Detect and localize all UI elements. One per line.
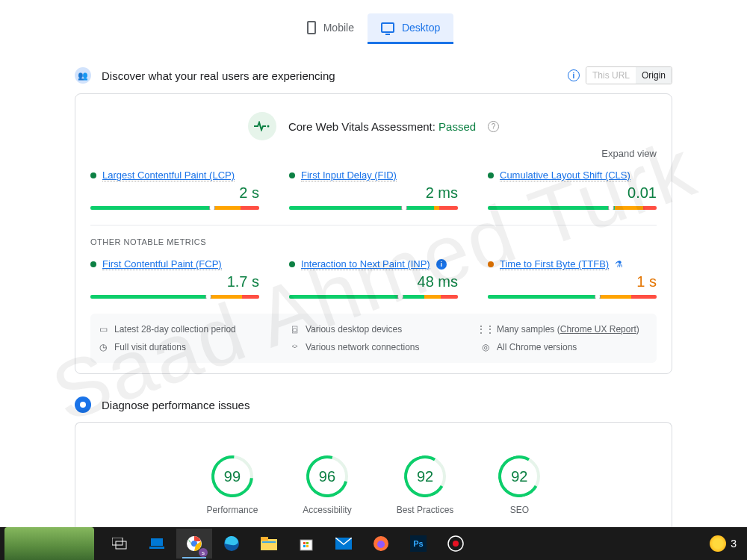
bar-marker xyxy=(205,295,211,299)
clock-icon: ◷ xyxy=(98,342,108,352)
metric-value: 1 s xyxy=(488,273,657,290)
footer-chrome: ◎All Chrome versions xyxy=(480,342,649,352)
gauge-circle: 92 xyxy=(498,455,540,497)
metric-bar xyxy=(90,206,259,210)
status-dot xyxy=(90,261,96,267)
metric-name-link[interactable]: Largest Contentful Paint (LCP) xyxy=(102,169,235,181)
assessment-row: Core Web Vitals Assessment: Passed ? xyxy=(90,112,657,140)
metric: First Input Delay (FID)2 ms xyxy=(289,169,458,210)
edge-app-icon[interactable] xyxy=(214,529,249,559)
svg-point-23 xyxy=(453,541,459,547)
gauge-circle: 96 xyxy=(306,455,348,497)
samples-icon: ⋮⋮ xyxy=(480,324,491,335)
section-title: Discover what your real users are experi… xyxy=(102,69,335,82)
explorer-app-icon[interactable] xyxy=(251,529,287,559)
section-header-discover: 👥 Discover what your real users are expe… xyxy=(75,66,672,84)
device-tabs: Mobile Desktop xyxy=(15,13,732,44)
vitals-pulse-icon xyxy=(248,112,276,140)
metric: First Contentful Paint (FCP)1.7 s xyxy=(90,258,259,299)
status-dot xyxy=(488,172,494,178)
devices-icon: ⌼ xyxy=(289,324,300,335)
svg-text:Ps: Ps xyxy=(413,539,423,548)
firefox-app-icon[interactable] xyxy=(363,529,399,559)
score-gauge[interactable]: 92Best Practices xyxy=(397,455,454,515)
collection-footer: ▭Latest 28-day collection period ⌼Variou… xyxy=(90,314,657,363)
metric-name-link[interactable]: Cumulative Layout Shift (CLS) xyxy=(500,169,630,181)
taskbar-apps: s Ps xyxy=(102,529,474,559)
metric-name-link[interactable]: Time to First Byte (TTFB) xyxy=(500,258,609,270)
tab-desktop[interactable]: Desktop xyxy=(368,13,453,44)
other-metrics-heading: OTHER NOTABLE METRICS xyxy=(90,237,657,246)
temperature: 3 xyxy=(731,538,737,550)
scope-toggle: This URL Origin xyxy=(586,66,672,84)
svg-rect-15 xyxy=(303,545,306,547)
experimental-icon: ⚗ xyxy=(615,259,623,270)
footer-period: ▭Latest 28-day collection period xyxy=(98,324,267,335)
metric: Cumulative Layout Shift (CLS)0.01 xyxy=(488,169,657,210)
info-badge-icon[interactable]: i xyxy=(436,259,447,270)
section-title: Diagnose performance issues xyxy=(102,399,249,411)
metric: Largest Contentful Paint (LCP)2 s xyxy=(90,169,259,210)
wifi-icon: ⌔ xyxy=(289,342,300,352)
section-header-diagnose: Diagnose performance issues xyxy=(75,396,672,413)
mobile-icon xyxy=(307,21,316,34)
footer-samples: ⋮⋮Many samples (Chrome UX Report) xyxy=(480,324,649,335)
record-app-icon[interactable] xyxy=(438,529,474,559)
toggle-this-url[interactable]: This URL xyxy=(586,67,636,84)
metrics-main-row: Largest Contentful Paint (LCP)2 sFirst I… xyxy=(90,169,657,210)
chrome-icon: ◎ xyxy=(480,342,491,352)
tab-mobile[interactable]: Mobile xyxy=(294,13,368,44)
svg-rect-4 xyxy=(151,538,163,546)
start-button[interactable] xyxy=(4,527,94,560)
scores-row: 99Performance96Accessibility92Best Pract… xyxy=(90,455,657,515)
status-dot xyxy=(90,172,96,178)
svg-rect-13 xyxy=(303,542,306,544)
metric-bar xyxy=(488,206,657,210)
info-icon[interactable]: i xyxy=(568,69,580,81)
score-gauge[interactable]: 96Accessibility xyxy=(303,455,351,515)
metrics-other-row: First Contentful Paint (FCP)1.7 sInterac… xyxy=(90,258,657,299)
score-gauge[interactable]: 92SEO xyxy=(498,455,540,515)
mail-app-icon[interactable] xyxy=(326,529,362,559)
desktop-icon xyxy=(381,22,394,33)
bar-marker xyxy=(608,206,614,210)
metric-name-link[interactable]: First Input Delay (FID) xyxy=(301,169,397,181)
diagnose-icon xyxy=(75,396,91,413)
gauge-circle: 92 xyxy=(404,455,446,497)
taskbar-tray[interactable]: 3 xyxy=(710,535,743,552)
bar-marker xyxy=(397,295,403,299)
laptop-app-icon[interactable] xyxy=(139,529,175,559)
footer-network: ⌔Various network connections xyxy=(289,342,458,352)
gauge-circle: 99 xyxy=(211,455,253,497)
footer-durations: ◷Full visit durations xyxy=(98,342,267,352)
svg-rect-9 xyxy=(261,539,277,550)
svg-point-0 xyxy=(267,125,269,128)
svg-point-19 xyxy=(377,541,385,548)
svg-rect-14 xyxy=(306,542,309,544)
svg-rect-5 xyxy=(149,547,164,549)
metric-name-link[interactable]: First Contentful Paint (FCP) xyxy=(102,258,222,270)
metric-value: 0.01 xyxy=(488,184,657,202)
photoshop-app-icon[interactable]: Ps xyxy=(400,529,436,559)
svg-rect-10 xyxy=(261,537,268,541)
expand-view-link[interactable]: Expand view xyxy=(90,148,657,159)
score-label: SEO xyxy=(498,505,540,515)
users-icon: 👥 xyxy=(75,67,91,84)
lighthouse-card: 99Performance96Accessibility92Best Pract… xyxy=(75,422,672,538)
help-icon[interactable]: ? xyxy=(488,121,499,132)
store-app-icon[interactable] xyxy=(288,529,324,559)
metric-bar xyxy=(289,295,458,299)
metric: Interaction to Next Paint (INP)i48 ms xyxy=(289,258,458,299)
status-dot xyxy=(488,261,494,267)
task-view-icon[interactable] xyxy=(102,529,137,559)
crux-link[interactable]: Chrome UX Report xyxy=(560,324,636,335)
metric: Time to First Byte (TTFB)⚗1 s xyxy=(488,258,657,299)
score-gauge[interactable]: 99Performance xyxy=(207,455,258,515)
status-dot xyxy=(289,172,295,178)
tab-label: Mobile xyxy=(323,22,354,34)
metric-name-link[interactable]: Interaction to Next Paint (INP) xyxy=(301,258,430,270)
bar-marker xyxy=(401,206,407,210)
chrome-app-icon[interactable]: s xyxy=(176,529,212,559)
toggle-origin[interactable]: Origin xyxy=(636,67,672,84)
assessment-text: Core Web Vitals Assessment: Passed xyxy=(288,120,476,133)
